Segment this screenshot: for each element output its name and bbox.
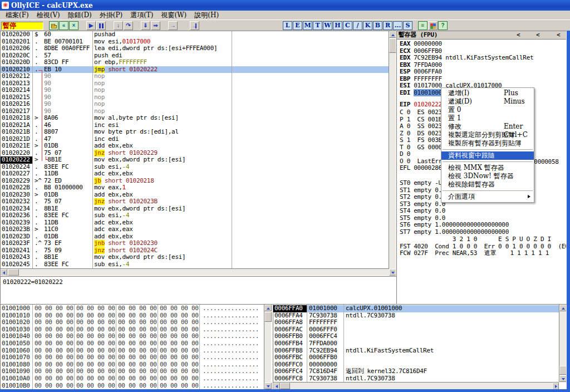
hexdump-row[interactable]: 010010A000 00 00 0000 00 00 0000 00 00 0…	[1, 375, 263, 383]
open-file-icon[interactable]	[49, 21, 58, 30]
context-menu-item[interactable]: 檢視 3DNow! 暫存器	[441, 172, 534, 180]
fpu-status-line[interactable]: 3 2 1 0 E S P U O Z D I	[400, 236, 567, 243]
hexdump-row[interactable]: 0100100000 00 00 0000 00 00 0000 00 00 0…	[1, 305, 263, 312]
step-into-icon[interactable]: ↓	[114, 21, 123, 30]
scroll-down-button[interactable]	[264, 383, 272, 389]
disasm-row[interactable]: 01020241.75 09jnz short 0102024C	[1, 247, 389, 254]
pause-icon[interactable]	[96, 21, 106, 30]
stack-pane[interactable]: 0006FFA001001000calcUPX.010010000006FFA4…	[273, 304, 567, 390]
context-menu-item[interactable]: 複製所有暫存器到剪貼簿	[441, 139, 534, 148]
disasm-row[interactable]: 01020200$60pushad	[1, 31, 389, 38]
context-menu-item[interactable]: 檢視 MMX 暫存器	[441, 164, 534, 172]
context-menu-item[interactable]: 介面選項	[441, 193, 534, 201]
toolbar-letter-T[interactable]: T	[313, 21, 322, 30]
menubar-item[interactable]: 選項(T)	[127, 10, 156, 21]
menubar-item[interactable]: 視窗(W)	[158, 10, 190, 21]
disasm-vertical-scrollbar[interactable]	[389, 31, 396, 276]
toolbar-letter-C[interactable]: C	[343, 21, 352, 30]
stack-row[interactable]: 0006FFA8FFFFFFFF	[273, 319, 559, 326]
step-over-icon[interactable]: ↷	[124, 21, 133, 30]
scroll-down-button[interactable]	[559, 375, 567, 382]
context-menu-item[interactable]: 置 1	[441, 114, 534, 122]
stack-horizontal-scrollbar[interactable]	[273, 382, 559, 389]
scroll-up-button[interactable]	[559, 305, 567, 311]
flag-registers[interactable]: C 0 ES 0023P 1 CS 001BA 0 SS 0023Z 0 DS …	[400, 109, 442, 172]
scrollbar-thumb[interactable]	[280, 383, 290, 389]
disasm-row[interactable]: 01020230>01DBadd ebx,ebx	[1, 192, 389, 199]
hexdump-pane[interactable]: 0100100000 00 00 0000 00 00 0000 00 00 0…	[0, 304, 273, 390]
run-icon[interactable]: ▶	[86, 21, 96, 30]
hexdump-row[interactable]: 0100105000 00 00 0000 00 00 0000 00 00 0…	[1, 340, 263, 347]
collapse-icon[interactable]: <	[536, 31, 539, 39]
context-menu-item[interactable]: 複製選定部分到剪貼簿Ctrl+C	[441, 131, 534, 139]
disasm-row[interactable]: 0102021790nop	[1, 108, 389, 115]
disasm-row[interactable]: 0102023B>11C0adc eax,eax	[1, 226, 389, 233]
register-line-eip[interactable]: EIP 01020222	[400, 101, 442, 109]
fpu-status-line[interactable]: FCW 027F Prec NEAR,53 遮罩 1 1 1 1 1 1	[400, 250, 567, 257]
disasm-row[interactable]: 0102020D.83CD FFor ebp,FFFFFFFF	[1, 59, 389, 66]
flag-line[interactable]: S 1 FS 003B	[400, 137, 442, 144]
hexdump-row[interactable]: 0100102000 00 00 0000 00 00 0000 00 00 0…	[1, 319, 263, 326]
disassembly-pane[interactable]: 01020200$60pushad01020201.BE 00700101mov…	[0, 31, 396, 276]
disasm-row[interactable]: 01020224.83EE FCsub esi,-4	[1, 164, 389, 171]
trace-over-icon[interactable]: ⇒	[151, 21, 160, 30]
scrollbar-thumb[interactable]	[264, 312, 272, 322]
menubar-item[interactable]: 說明(H)	[191, 10, 222, 21]
flag-line[interactable]: A 0 SS 0023	[400, 123, 442, 130]
scroll-down-button[interactable]	[389, 269, 396, 276]
disasm-row[interactable]: 0102023F.^73 EFjnb short 01020230	[1, 240, 389, 247]
disasm-row[interactable]: 01020210.EB 10jmp short 01020222	[1, 66, 389, 74]
disasm-row[interactable]: 0102021D.47inc edi	[1, 136, 389, 143]
column-divider[interactable]	[232, 31, 232, 270]
st-register-line[interactable]: ST4 empty 0.0	[400, 208, 509, 215]
flag-line[interactable]: EFL 00000286	[400, 165, 442, 172]
disasm-row[interactable]: 01020218>8A06mov al,byte ptr ds:[esi]	[1, 115, 389, 122]
collapse-icon[interactable]: <	[517, 31, 520, 39]
menubar-item[interactable]: 除錯(D)	[65, 10, 95, 21]
disasm-row[interactable]: 0102021490nop	[1, 87, 389, 94]
menubar-item[interactable]: 檔案(F)	[2, 10, 32, 21]
flag-line[interactable]: C 0 ES 0023	[400, 109, 442, 116]
scrollbar-thumb[interactable]	[8, 269, 19, 276]
disasm-row[interactable]: 0102021B.8807mov byte ptr ds:[edi],al	[1, 129, 389, 136]
scroll-up-button[interactable]	[389, 31, 396, 38]
context-menu-item[interactable]: 資料視窗中跟隨	[441, 151, 534, 160]
disasm-row[interactable]: 01020222>└8B1Emov ebx,dword ptr ds:[esi]	[1, 156, 389, 164]
disasm-row[interactable]: 01020220.75 07jnz short 01020229	[1, 150, 389, 157]
hexdump-vertical-scrollbar[interactable]	[264, 305, 271, 389]
stack-row[interactable]: 0006FFB47FFDA000	[273, 340, 559, 347]
goto-icon[interactable]: →	[190, 21, 199, 30]
toolbar-letter-R[interactable]: R	[383, 21, 392, 30]
toolbar-letter-K[interactable]: K	[363, 21, 372, 30]
log-icon[interactable]: ≡	[418, 21, 428, 30]
context-menu-item[interactable]: 遞增(I)Plus	[441, 89, 534, 97]
appearance-icon[interactable]	[428, 21, 438, 30]
disasm-row[interactable]: 01020245.83EE FCsub esi,-4	[1, 261, 389, 268]
disasm-row[interactable]: 0102021E>01DBadd ebx,ebx	[1, 143, 389, 150]
context-menu-item[interactable]: 置 0	[441, 106, 534, 114]
menubar-item[interactable]: 外掛(P)	[96, 10, 126, 21]
toolbar-letter-E[interactable]: E	[293, 21, 302, 30]
disasm-row[interactable]: 0102021390nop	[1, 80, 389, 87]
disasm-row[interactable]: 0102021690nop	[1, 101, 389, 108]
disasm-row[interactable]: 01020243.8B1Emov ebx,dword ptr ds:[esi]	[1, 254, 389, 261]
flag-line[interactable]: D 0	[400, 151, 442, 158]
disasm-row[interactable]: 01020201.BE 00700101mov esi,01017000	[1, 38, 389, 46]
execute-till-return-icon[interactable]: →	[168, 21, 178, 30]
help-icon[interactable]: ?	[438, 21, 448, 30]
disasm-row[interactable]: 01020227.11DBadc ebx,ebx	[1, 170, 389, 178]
disasm-row[interactable]: 0102022B.B8 01000000mov eax,1	[1, 184, 389, 192]
column-divider[interactable]	[32, 31, 33, 270]
st-register-line[interactable]: ST7 empty 1.0000000000000000000	[400, 229, 509, 236]
toolbar-letter-/[interactable]: /	[353, 21, 362, 30]
scroll-up-button[interactable]	[264, 305, 272, 311]
trace-into-icon[interactable]: ⇓	[141, 21, 150, 30]
hexdump-row[interactable]: 010010B000 00 00 0000 00 00 0000 00 00 0…	[1, 383, 263, 390]
scrollbar-thumb[interactable]	[559, 366, 567, 375]
disasm-row[interactable]: 01020236.83EE FCsub esi,-4	[1, 212, 389, 219]
stack-vertical-scrollbar[interactable]	[559, 305, 566, 382]
restart-icon[interactable]: «	[59, 21, 68, 30]
stack-row[interactable]: 0006FFC87C930738ntdll.7C930738	[273, 375, 559, 383]
disasm-row[interactable]: 0102021A.46inc esi	[1, 122, 389, 129]
toolbar-letter-L[interactable]: L	[283, 21, 292, 30]
